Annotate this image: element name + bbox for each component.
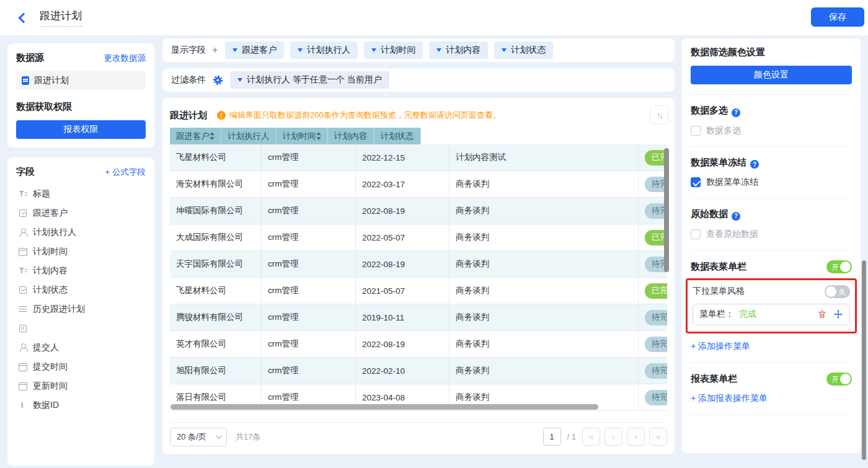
total-count: 共17条 (236, 431, 260, 443)
field-item[interactable]: 提交人 (16, 338, 146, 357)
display-field-chip[interactable]: 计划执行人 (290, 42, 358, 59)
add-action-menu-link[interactable]: + 添加操作菜单 (691, 341, 750, 352)
field-label: 数据ID (33, 400, 59, 411)
warning-icon: ! (217, 111, 226, 120)
move-icon[interactable] (833, 309, 843, 319)
datasource-item[interactable]: 跟进计划 (16, 71, 146, 90)
column-label: 计划内容 (334, 131, 368, 142)
table-row[interactable]: 飞星材料公司 crm管理 2021-05-07 商务谈判 已完成 (170, 278, 667, 304)
add-formula-field-link[interactable]: + 公式字段 (105, 167, 146, 178)
checkbox-unchecked[interactable] (691, 126, 701, 136)
table-menu-toggle[interactable]: 开 (826, 260, 852, 273)
chip-label: 计划时间 (381, 45, 415, 56)
filter-label: 过滤条件 (171, 74, 206, 86)
question-icon[interactable]: ? (732, 108, 740, 117)
sort-arrows-icon[interactable] (316, 132, 321, 140)
filter-chip[interactable]: 计划执行人 等于任意一个 当前用户 (230, 71, 389, 89)
page-title[interactable]: 跟进计划 (40, 9, 82, 27)
cell-status: 待完成 (639, 384, 667, 411)
cell-status: 待完成 (639, 198, 667, 224)
chip-label: 计划执行人 (307, 45, 350, 56)
gear-icon[interactable] (213, 76, 223, 85)
select-icon (19, 286, 27, 294)
table-vertical-scrollbar[interactable] (664, 148, 669, 272)
display-field-chips: 跟进客户 计划执行人 计划时间 计划内容 (225, 42, 553, 59)
table-row[interactable]: 天宇国际有限公司 crm管理 2022-08-19 商务谈判 待完成 (170, 251, 667, 278)
cell-status: 待完成 (639, 331, 667, 358)
field-item[interactable] (16, 319, 146, 338)
cell-executor: crm管理 (262, 251, 356, 278)
table-header-cell[interactable]: 跟进客户 (170, 128, 221, 144)
save-button[interactable]: 保存 (811, 7, 864, 27)
table-header-cell[interactable]: 计划执行人 (221, 128, 277, 144)
fields-title: 字段 (16, 166, 35, 178)
dropdown-style-toggle[interactable]: 关 (825, 285, 850, 298)
display-field-chip[interactable]: 计划内容 (429, 42, 488, 59)
field-item[interactable]: 更新时间 (16, 376, 146, 395)
field-item[interactable]: 跟进客户 (16, 203, 146, 223)
field-item[interactable]: 标题 (16, 184, 146, 203)
table-row[interactable]: 海安材料有限公司 crm管理 2022-03-17 商务谈判 待完成 (170, 171, 667, 198)
field-item[interactable]: 计划内容 (16, 261, 146, 280)
field-item[interactable]: 计划执行人 (16, 223, 146, 242)
table-row[interactable]: 英才有限公司 crm管理 2022-08-19 商务谈判 待完成 (170, 331, 667, 358)
multi-select-checkbox-row[interactable]: 数据多选 (691, 125, 852, 136)
field-item[interactable]: 提交时间 (16, 357, 146, 376)
table-row[interactable]: 坤曜国际有限公司 crm管理 2022-08-19 商务谈判 待完成 (170, 198, 667, 224)
checkbox-unchecked[interactable] (691, 229, 701, 239)
table-header-cell[interactable]: 计划内容 (328, 128, 374, 144)
add-report-action-menu-link[interactable]: + 添加报表操作菜单 (691, 393, 768, 404)
color-settings-button[interactable]: 颜色设置 (691, 66, 852, 84)
table-header-row: 跟进客户 计划执行人 计划时间 计划内容 (170, 128, 667, 144)
cell-status: 已完成 (639, 144, 667, 171)
menu-freeze-checkbox-row[interactable]: 数据菜单冻结 (691, 177, 852, 188)
page-size-value: 20 条/页 (177, 431, 206, 443)
cell-date: 2019-10-11 (356, 304, 450, 331)
filter-panel: 过滤条件 计划执行人 等于任意一个 当前用户 (162, 68, 675, 92)
checkbox-checked[interactable] (691, 177, 701, 187)
chevron-down-icon (502, 48, 507, 52)
field-label: 历史跟进计划 (33, 304, 85, 315)
page-size-select[interactable]: 20 条/页 (170, 428, 227, 446)
chevron-down-icon (237, 78, 242, 82)
datasource-item-label: 跟进计划 (34, 75, 69, 86)
field-item[interactable]: 历史跟进计划 (16, 299, 146, 319)
page-nav-button[interactable]: › (627, 428, 645, 446)
question-icon[interactable]: ? (750, 160, 759, 169)
sort-arrows-icon[interactable] (210, 132, 215, 140)
multi-select-title-text: 数据多选 (691, 105, 728, 115)
field-item[interactable]: 计划时间 (16, 242, 146, 261)
add-display-field-button[interactable]: + (212, 45, 218, 56)
display-field-chip[interactable]: 计划时间 (364, 42, 423, 59)
display-field-chip[interactable]: 计划状态 (494, 42, 553, 59)
page-nav-button[interactable]: » (649, 428, 667, 446)
field-item[interactable]: 计划状态 (16, 280, 146, 299)
cell-executor: crm管理 (262, 198, 356, 224)
report-permission-button[interactable]: 报表权限 (16, 120, 146, 139)
top-bar: 跟进计划 保存 (0, 0, 868, 35)
cell-status: 待完成 (639, 251, 667, 278)
trash-icon[interactable] (817, 309, 827, 319)
back-icon[interactable] (19, 12, 29, 23)
cell-executor: crm管理 (262, 171, 356, 198)
table-row[interactable]: 腾骏材料有限公司 crm管理 2019-10-11 商务谈判 待完成 (170, 304, 667, 331)
page-nav-button[interactable]: « (582, 428, 600, 446)
table-horizontal-scrollbar[interactable] (170, 404, 598, 410)
menu-item-prefix: 菜单栏： (699, 309, 734, 320)
table-header-cell[interactable]: 计划时间 (277, 128, 328, 144)
raw-data-checkbox-row[interactable]: 查看原始数据 (691, 229, 852, 240)
menu-bar-item[interactable]: 菜单栏： 完成 (693, 304, 850, 325)
table-row[interactable]: 大成国际有限公司 crm管理 2022-05-07 商务谈判 已完成 (170, 224, 667, 251)
report-menu-toggle[interactable]: 开 (826, 373, 852, 386)
table-row[interactable]: 飞星材料公司 crm管理 2022-12-15 计划内容测试 已完成 (170, 144, 667, 171)
current-page-input[interactable]: 1 (543, 428, 561, 446)
field-item[interactable]: 数据ID (16, 395, 146, 415)
change-datasource-link[interactable]: 更改数据源 (104, 53, 146, 64)
table-row[interactable]: 旭阳有限公司 crm管理 2022-02-10 商务谈判 待完成 (170, 358, 667, 384)
display-field-chip[interactable]: 跟进客户 (225, 42, 284, 59)
table-header-cell[interactable]: 计划状态 (374, 128, 421, 144)
page-nav-button[interactable]: ‹ (604, 428, 622, 446)
table-sort-button[interactable]: ↑↓ (650, 105, 668, 124)
page-vertical-scrollbar[interactable] (862, 260, 866, 460)
question-icon[interactable]: ? (732, 212, 740, 221)
